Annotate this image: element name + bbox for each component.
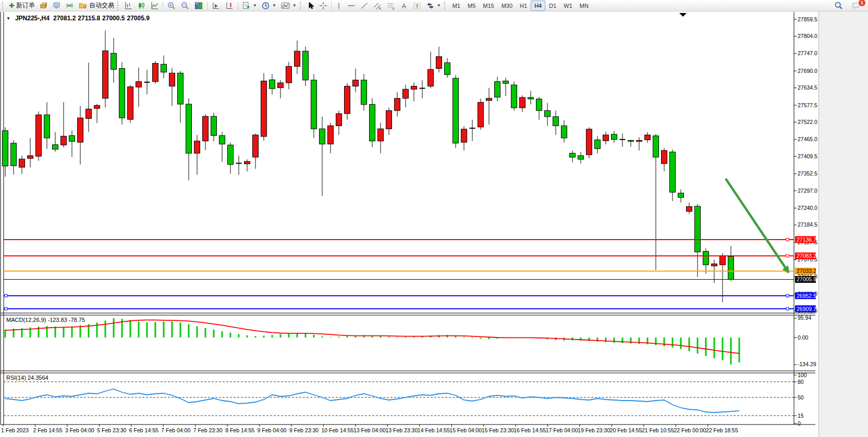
svg-text:95.94: 95.94 xyxy=(798,315,811,321)
notifications-button[interactable]: 1 xyxy=(849,0,863,11)
chart-shift-marker[interactable] xyxy=(679,13,687,17)
cursor-tool-button[interactable] xyxy=(304,0,317,11)
svg-text:27240.0: 27240.0 xyxy=(798,205,817,211)
gold-symbol-button[interactable] xyxy=(37,0,50,11)
price-chart-svg[interactable]: 27859.527804.027747.027690.027634.527577… xyxy=(0,11,818,437)
autotrading-button[interactable]: 自动交易 xyxy=(76,0,116,11)
svg-text:22 Feb 18:55: 22 Feb 18:55 xyxy=(706,427,738,433)
close-value: 27005.9 xyxy=(127,15,149,22)
timeframe-d1-button[interactable]: D1 xyxy=(545,1,560,11)
main-toolbar: 新订单 自动交易 ▼ ▼ xyxy=(0,0,868,11)
svg-text:0.00: 0.00 xyxy=(798,334,809,341)
toolbar-separator xyxy=(207,2,207,10)
svg-text:10 Feb 14:55: 10 Feb 14:55 xyxy=(322,427,354,433)
arrow-objects-icon xyxy=(426,2,435,10)
tile-windows-icon xyxy=(194,2,203,10)
timeframe-m1-button[interactable]: M1 xyxy=(449,1,464,11)
auto-scroll-button[interactable] xyxy=(209,0,223,11)
text-tool-button[interactable]: A xyxy=(398,0,410,11)
zoom-out-button[interactable] xyxy=(178,0,192,11)
new-order-button[interactable]: 新订单 xyxy=(7,0,37,11)
svg-text:27690.0: 27690.0 xyxy=(798,68,817,74)
trend-arrow[interactable] xyxy=(726,179,789,273)
gold-cube-icon xyxy=(39,2,48,9)
notification-badge: 1 xyxy=(858,0,866,7)
collapse-triangle-icon[interactable]: ▼ xyxy=(6,16,10,21)
period-button[interactable]: ▼ xyxy=(259,0,278,11)
svg-text:21 Feb 10:55: 21 Feb 10:55 xyxy=(642,427,674,433)
trendline-tool-button[interactable] xyxy=(358,0,371,11)
svg-text:27033.2: 27033.2 xyxy=(797,268,816,274)
svg-text:27136.7: 27136.7 xyxy=(797,236,816,243)
svg-text:F: F xyxy=(393,7,395,10)
svg-text:15 Feb 23:30: 15 Feb 23:30 xyxy=(482,427,514,433)
bar-chart-icon xyxy=(124,2,133,10)
svg-text:27522.0: 27522.0 xyxy=(798,119,817,125)
time-axis[interactable]: 1 Feb 20232 Feb 14:553 Feb 04:005 Feb 23… xyxy=(1,424,738,433)
svg-text:27804.0: 27804.0 xyxy=(798,33,817,39)
timeframe-h1-button[interactable]: H1 xyxy=(516,1,531,11)
svg-text:27083.2: 27083.2 xyxy=(797,253,816,259)
fibonacci-icon: F xyxy=(386,2,396,10)
horizontal-line-tool-button[interactable] xyxy=(345,0,358,11)
fibonacci-tool-button[interactable]: F xyxy=(384,0,398,11)
timeframe-group: M1M5M15M30H1H4D1W1MN xyxy=(449,1,592,11)
signal-button[interactable] xyxy=(63,0,76,11)
timeframe-h4-button[interactable]: H4 xyxy=(531,1,545,11)
text-label-tool-button[interactable]: T xyxy=(410,0,424,11)
svg-text:2 Feb 14:55: 2 Feb 14:55 xyxy=(33,427,62,433)
crosshair-tool-button[interactable] xyxy=(317,0,329,11)
vertical-line-tool-button[interactable] xyxy=(333,0,345,11)
line-chart-icon xyxy=(150,2,159,10)
indicators-button[interactable]: ▼ xyxy=(278,0,299,11)
indicators-icon xyxy=(280,2,290,10)
toolbar-grip[interactable] xyxy=(444,2,447,10)
svg-text:1 Feb 2023: 1 Feb 2023 xyxy=(1,427,29,433)
equidistant-channel-tool-button[interactable]: E xyxy=(371,0,384,11)
macd-pane xyxy=(5,318,739,365)
svg-text:6 Feb 14:55: 6 Feb 14:55 xyxy=(129,427,158,433)
timeframe-m30-button[interactable]: M30 xyxy=(498,1,516,11)
open-value: 27081.2 xyxy=(53,15,76,22)
svg-text:27859.5: 27859.5 xyxy=(798,16,817,22)
svg-text:5 Feb 23:30: 5 Feb 23:30 xyxy=(97,427,126,433)
toolbar-grip[interactable] xyxy=(117,2,120,10)
terminal-button[interactable] xyxy=(50,0,63,11)
svg-text:E: E xyxy=(379,7,381,10)
svg-text:7 Feb 23:30: 7 Feb 23:30 xyxy=(193,427,223,433)
equidistant-channel-icon: E xyxy=(373,2,382,10)
svg-text:27634.5: 27634.5 xyxy=(798,84,817,91)
chart-shift-button[interactable] xyxy=(223,0,236,11)
autotrading-folder-icon xyxy=(78,2,88,9)
timeframe-mn-button[interactable]: MN xyxy=(576,1,592,11)
search-icon xyxy=(834,1,843,10)
svg-text:15 Feb 04:00: 15 Feb 04:00 xyxy=(449,427,482,433)
zoom-out-icon xyxy=(180,2,190,10)
svg-text:9 Feb 04:00: 9 Feb 04:00 xyxy=(258,427,287,433)
candlestick-type-button[interactable] xyxy=(135,0,148,11)
timeframe-m15-button[interactable]: M15 xyxy=(479,1,497,11)
arrows-tool-button[interactable]: ▼ xyxy=(424,0,443,11)
toolbar-grip[interactable] xyxy=(2,2,5,10)
bar-chart-type-button[interactable] xyxy=(122,0,135,11)
svg-text:14 Feb 14:55: 14 Feb 14:55 xyxy=(418,427,450,433)
auto-scroll-icon xyxy=(211,2,221,10)
tile-windows-button[interactable] xyxy=(192,0,205,11)
chart-title: ▼ JPN225-,H4 27081.2 27115.8 27000.5 270… xyxy=(6,15,150,22)
svg-text:100: 100 xyxy=(798,372,807,378)
line-chart-type-button[interactable] xyxy=(148,0,161,11)
toolbar-separator xyxy=(163,2,163,10)
search-button[interactable] xyxy=(832,0,845,11)
new-order-label: 新订单 xyxy=(16,1,35,10)
timeframe-m5-button[interactable]: M5 xyxy=(464,1,479,11)
zoom-in-button[interactable] xyxy=(165,0,178,11)
svg-text:27465.0: 27465.0 xyxy=(798,136,817,142)
timeframe-w1-button[interactable]: W1 xyxy=(560,1,576,11)
svg-text:27352.5: 27352.5 xyxy=(798,170,817,177)
toolbar-grip[interactable] xyxy=(300,2,302,10)
svg-text:T: T xyxy=(415,3,419,8)
rsi-pane xyxy=(5,389,739,413)
chart-window: ▼ JPN225-,H4 27081.2 27115.8 27000.5 270… xyxy=(0,11,819,437)
toolbar-separator xyxy=(331,2,332,10)
new-chart-button[interactable]: ▼ xyxy=(240,0,259,11)
